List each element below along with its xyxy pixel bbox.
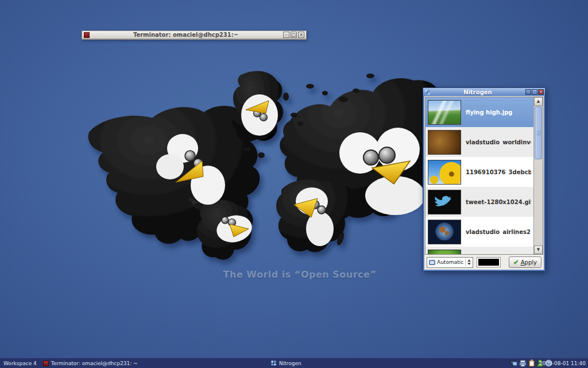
file-name: flying high.jpg xyxy=(466,109,512,116)
thumbnail-brown-world-map xyxy=(428,130,461,155)
nitrogen-window: Nitrogen – □ × flying high.jpg vladstudi… xyxy=(423,87,546,271)
terminator-window-icon xyxy=(84,32,90,38)
minimize-button[interactable]: – xyxy=(525,89,531,95)
vertical-scrollbar[interactable]: ▲ ▼ xyxy=(533,97,543,254)
list-item[interactable]: tweet-1280x1024.gif xyxy=(425,187,533,217)
thumbnail-twitter-bird xyxy=(428,190,461,214)
nitrogen-controls: Automatic ✔ Apply xyxy=(425,255,543,269)
thumbnail-poppies xyxy=(428,250,461,255)
thumbnail-sunflower xyxy=(428,160,461,185)
scroll-up-icon[interactable]: ▲ xyxy=(534,97,543,106)
list-item[interactable]: 1196910376_3debcb8542_b.jpg xyxy=(425,157,533,187)
workspace-switcher[interactable]: Workspace 4 xyxy=(0,361,40,366)
scaling-mode-icon xyxy=(429,259,435,266)
terminator-window-title: Terminator: omaciel@dhcp231:~ xyxy=(90,32,282,38)
color-swatch-black xyxy=(478,259,499,266)
dual-monitors-icon[interactable] xyxy=(510,360,517,367)
taskbar-task-nitrogen[interactable]: Nitrogen xyxy=(268,359,304,368)
apply-button-label: Apply xyxy=(521,259,537,266)
scroll-down-icon[interactable]: ▼ xyxy=(534,246,543,254)
nitrogen-window-title: Nitrogen xyxy=(431,89,525,95)
file-name: 1196910376_3debcb8542_b.jpg xyxy=(466,169,531,175)
list-item[interactable]: vladstudio_airlines2_1600x1200.jpg xyxy=(425,217,533,247)
mode-select[interactable]: Automatic xyxy=(427,257,473,268)
file-name: tweet-1280x1024.gif xyxy=(466,199,531,205)
check-icon: ✔ xyxy=(513,258,519,266)
clipboard-icon[interactable] xyxy=(528,359,535,367)
clock[interactable]: 2008-08-01 11:40 xyxy=(539,361,586,366)
wallpaper-file-list: flying high.jpg vladstudio_worldinversed… xyxy=(425,97,543,255)
minimize-button[interactable]: – xyxy=(283,32,289,38)
file-name: vladstudio_worldinversed_1600x... xyxy=(466,139,531,145)
wallpaper-caption: The World is “Open Source” xyxy=(208,269,392,280)
combo-spinner-icon[interactable] xyxy=(467,259,471,265)
printer-icon[interactable] xyxy=(519,360,527,367)
maximize-button[interactable]: □ xyxy=(291,32,297,38)
nitrogen-task-icon xyxy=(270,360,277,366)
maximize-button[interactable]: □ xyxy=(532,89,537,95)
taskbar-task-terminator[interactable]: Terminator: omaciel@dhcp231: ~ xyxy=(40,359,141,368)
terminator-task-icon xyxy=(43,361,49,366)
task-label: Terminator: omaciel@dhcp231: ~ xyxy=(51,361,138,366)
mode-select-value: Automatic xyxy=(437,259,463,265)
close-button[interactable]: × xyxy=(298,32,304,38)
thumbnail-green-field xyxy=(428,100,461,125)
scrollbar-thumb[interactable] xyxy=(535,106,542,159)
task-label: Nitrogen xyxy=(279,361,301,366)
nitrogen-body: flying high.jpg vladstudio_worldinversed… xyxy=(424,96,544,270)
taskbar: Workspace 4 Terminator: omaciel@dhcp231:… xyxy=(0,358,588,368)
close-button[interactable]: × xyxy=(538,89,544,95)
list-item[interactable]: vladstudio_worldinversed_1600x... xyxy=(425,127,533,157)
list-item[interactable] xyxy=(425,247,533,254)
background-color-button[interactable] xyxy=(477,257,501,267)
apply-button[interactable]: ✔ Apply xyxy=(509,256,541,268)
combo-separator xyxy=(465,259,466,266)
terminator-window[interactable]: Terminator: omaciel@dhcp231:~ – □ × xyxy=(82,30,307,40)
file-name: vladstudio_airlines2_1600x1200.jpg xyxy=(466,229,531,235)
thumbnail-dark-globe xyxy=(428,220,461,244)
nitrogen-titlebar[interactable]: Nitrogen – □ × xyxy=(423,88,545,96)
list-item[interactable]: flying high.jpg xyxy=(425,97,533,127)
nitrogen-app-icon xyxy=(424,89,431,95)
